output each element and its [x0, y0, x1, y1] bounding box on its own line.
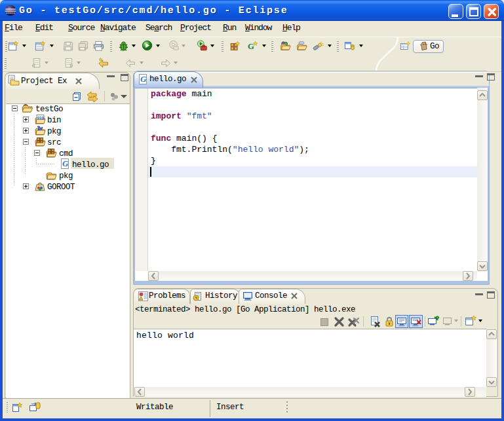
svg-text:G: G: [140, 74, 147, 84]
svg-text:G: G: [248, 42, 254, 51]
svg-text:010: 010: [37, 116, 45, 120]
